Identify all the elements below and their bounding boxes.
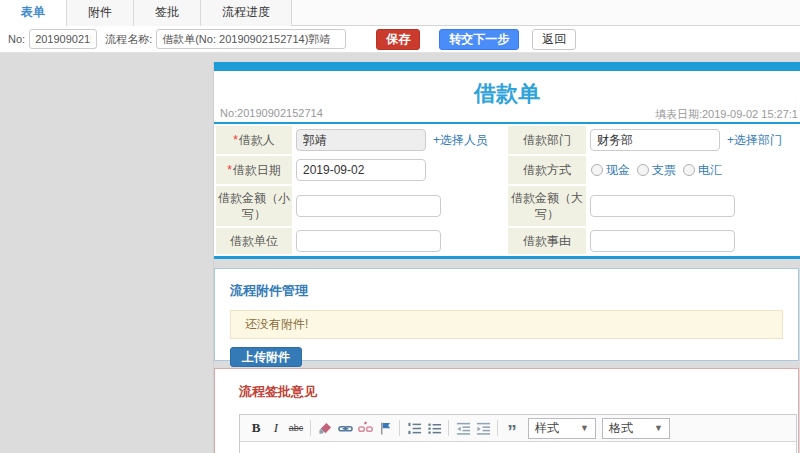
chevron-down-icon: ▼ [580, 423, 589, 433]
styles-dropdown-label: 样式 [535, 420, 559, 437]
reason-label-cell: 借款事由 [508, 228, 586, 254]
approval-panel: 流程签批意见 B I abc [214, 368, 799, 453]
unit-label-cell: 借款单位 [216, 228, 292, 254]
toolbar-separator [497, 420, 498, 436]
form-table-wrap: *借款人 +选择人员 借款部门 +选择部门 *借款日期 借款方式 [214, 124, 800, 259]
borrower-label: 借款人 [239, 132, 275, 148]
forward-next-step-button[interactable]: 转交下一步 [439, 29, 519, 50]
amount-big-input[interactable] [590, 195, 735, 217]
unlink-icon[interactable] [355, 418, 375, 438]
loan-date-label-cell: *借款日期 [216, 156, 292, 184]
italic-icon[interactable]: I [266, 418, 286, 438]
no-label: No: [8, 33, 25, 45]
amount-small-input[interactable] [296, 195, 441, 217]
process-name-label: 流程名称: [105, 32, 152, 47]
required-mark: * [233, 132, 238, 148]
action-toolbar: No: 流程名称: 保存 转交下一步 返回 [0, 26, 800, 53]
unit-label: 借款单位 [230, 233, 278, 249]
borrower-field-cell: +选择人员 [294, 126, 506, 154]
select-person-link[interactable]: +选择人员 [433, 132, 488, 149]
rich-text-editor: B I abc [239, 414, 797, 453]
amount-small-label-cell: 借款金额（小 写） [216, 186, 292, 226]
toolbar-separator [448, 420, 449, 436]
radio-cash[interactable] [591, 164, 603, 176]
department-label: 借款部门 [523, 132, 571, 148]
module-tabbar: 表单 附件 签批 流程进度 [0, 0, 800, 26]
loan-date-label: 借款日期 [233, 162, 281, 178]
panel-accent-bar [214, 62, 800, 71]
indent-icon[interactable] [473, 418, 493, 438]
reason-input[interactable] [590, 230, 735, 252]
form-no-text: No:20190902152714 [220, 107, 323, 119]
borrower-label-cell: *借款人 [216, 126, 292, 154]
department-field-cell: +选择部门 [588, 126, 800, 154]
unit-field-cell [294, 228, 506, 254]
borrower-input[interactable] [296, 129, 426, 151]
loan-form-sheet: 借款单 No:20190902152714 填表日期:2019-09-02 15… [214, 71, 800, 259]
department-input[interactable] [590, 129, 720, 151]
bold-icon[interactable]: B [246, 418, 266, 438]
method-label-cell: 借款方式 [508, 156, 586, 184]
no-input[interactable] [29, 29, 97, 49]
amount-small-field-cell [294, 186, 506, 226]
upload-attachment-button[interactable]: 上传附件 [230, 347, 302, 367]
method-label: 借款方式 [523, 162, 571, 178]
required-mark: * [227, 162, 232, 178]
back-button[interactable]: 返回 [532, 29, 576, 50]
tab-approve[interactable]: 签批 [134, 0, 201, 26]
editor-toolbar: B I abc [240, 415, 796, 442]
numbered-list-icon[interactable] [404, 418, 424, 438]
approval-heading: 流程签批意见 [239, 383, 774, 401]
process-name-input[interactable] [156, 29, 346, 49]
save-button[interactable]: 保存 [376, 29, 420, 50]
form-table: *借款人 +选择人员 借款部门 +选择部门 *借款日期 借款方式 [214, 124, 800, 256]
radio-cash-label[interactable]: 现金 [606, 162, 630, 179]
form-date-text: 填表日期:2019-09-02 15:27:1 [655, 107, 798, 122]
department-label-cell: 借款部门 [508, 126, 586, 154]
chevron-down-icon: ▼ [654, 423, 663, 433]
radio-cheque[interactable] [637, 164, 649, 176]
radio-cheque-label[interactable]: 支票 [652, 162, 676, 179]
styles-dropdown[interactable]: 样式 ▼ [528, 418, 596, 439]
anchor-flag-icon[interactable] [375, 418, 395, 438]
loan-date-field-cell [294, 156, 506, 184]
method-field-cell: 现金 支票 电汇 [588, 156, 800, 184]
form-content-frame: 借款单 No:20190902152714 填表日期:2019-09-02 15… [213, 62, 800, 453]
unit-input[interactable] [296, 230, 441, 252]
format-dropdown-label: 格式 [609, 420, 633, 437]
strikethrough-icon[interactable]: abc [286, 418, 306, 438]
no-attachment-alert: 还没有附件! [230, 310, 783, 339]
radio-wire[interactable] [683, 164, 695, 176]
attachment-panel: 流程附件管理 还没有附件! 上传附件 [214, 268, 799, 361]
link-icon[interactable] [335, 418, 355, 438]
attachment-heading: 流程附件管理 [230, 282, 783, 300]
amount-small-label: 借款金额（小 写） [218, 190, 290, 222]
bulleted-list-icon[interactable] [424, 418, 444, 438]
select-department-link[interactable]: +选择部门 [727, 132, 782, 149]
tab-form[interactable]: 表单 [0, 0, 67, 26]
amount-big-label: 借款金额（大 写） [511, 190, 583, 222]
amount-big-field-cell [588, 186, 800, 226]
outdent-icon[interactable] [453, 418, 473, 438]
amount-big-label-cell: 借款金额（大 写） [508, 186, 586, 226]
tab-progress[interactable]: 流程进度 [201, 0, 292, 26]
reason-field-cell [588, 228, 800, 254]
loan-method-radio-group: 现金 支票 电汇 [591, 162, 729, 179]
toolbar-separator [399, 420, 400, 436]
format-dropdown[interactable]: 格式 ▼ [602, 418, 670, 439]
form-meta-row: No:20190902152714 填表日期:2019-09-02 15:27:… [214, 105, 800, 124]
toolbar-separator [310, 420, 311, 436]
blockquote-icon[interactable]: ” [502, 418, 522, 438]
page-title: 借款单 [214, 71, 800, 105]
editor-content-area[interactable] [240, 442, 796, 453]
remove-format-icon[interactable] [315, 418, 335, 438]
radio-wire-label[interactable]: 电汇 [698, 162, 722, 179]
reason-label: 借款事由 [523, 233, 571, 249]
loan-date-input[interactable] [296, 159, 426, 181]
tab-attachment[interactable]: 附件 [67, 0, 134, 26]
